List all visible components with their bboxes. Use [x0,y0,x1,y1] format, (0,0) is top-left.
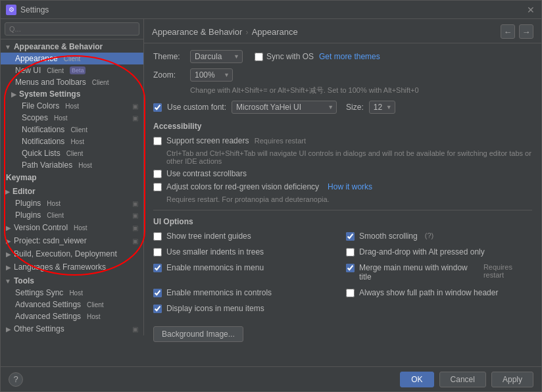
sidebar-item-build-execution[interactable]: ▶ Build, Execution, Deployment [1,247,143,260]
sidebar-item-quick-lists[interactable]: Quick Lists Client [1,147,143,159]
forward-button[interactable]: → [519,24,533,39]
zoom-label: Zoom: [153,70,185,80]
chevron-icon: ▶ [6,251,11,258]
contrast-scrollbars-checkbox[interactable] [153,170,162,178]
sidebar-item-path-variables[interactable]: Path Variables Host [1,159,143,171]
sidebar-item-label: File Colors [22,101,59,110]
zoom-value: 100% [195,70,215,80]
screen-readers-row: Support screen readers Requires restart [153,136,532,145]
page-icon2: ▣ [132,114,138,122]
mnemonics-menu-row: Enable mnemonics in menu [153,263,339,282]
sidebar-item-label: System Settings [19,89,80,99]
smaller-indents-label: Use smaller indents in trees [166,247,264,257]
sidebar-item-new-ui[interactable]: New UI Client Beta [1,64,143,76]
mnemonics-menu-checkbox[interactable] [153,264,162,272]
sidebar-item-keymap[interactable]: Keymap [1,171,143,184]
show-tree-indent-checkbox[interactable] [153,232,162,241]
dropdown-arrow-icon: ▼ [386,104,392,110]
mnemonics-controls-checkbox[interactable] [153,289,162,297]
sidebar-group-label: Appearance & Behavior [14,42,103,51]
breadcrumb-part1: Appearance & Behavior [152,27,242,37]
breadcrumb-part2: Appearance [252,27,298,37]
sidebar-item-languages-frameworks[interactable]: ▶ Languages & Frameworks [1,260,143,274]
help-button[interactable]: ? [9,372,23,387]
display-icons-menu-checkbox[interactable] [153,305,162,313]
zoom-dropdown[interactable]: 100% ▼ [190,68,233,82]
how-it-works-link[interactable]: How it works [328,182,372,191]
sidebar-item-label: Notifications [22,137,64,146]
host-badge: Host [84,312,103,321]
client-badge: Client [89,78,112,87]
ok-button[interactable]: OK [400,372,433,387]
sidebar-item-system-settings[interactable]: ▶ System Settings [1,88,143,100]
sidebar-item-advanced-settings-client[interactable]: Advanced Settings Client [1,299,143,310]
client-badge: Client [64,149,86,158]
drag-drop-label: Drag-and-drop with Alt pressed only [359,247,485,257]
background-image-button[interactable]: Background Image... [153,326,243,342]
chevron-icon: ▶ [11,91,16,98]
sidebar-item-label: Quick Lists [22,149,61,158]
sidebar-item-label: Project: csdn_viewer [14,236,87,245]
sidebar-item-notifications-host[interactable]: Notifications Host [1,135,143,147]
page-icon3: ▣ [132,200,138,207]
sidebar-wrapper: ▼ Appearance & Behavior Appearance Clien… [1,19,144,366]
sidebar-item-menus-toolbars[interactable]: Menus and Toolbars Client [1,76,143,88]
sidebar-group-appearance-behavior[interactable]: ▼ Appearance & Behavior [1,39,143,53]
sync-os-label: Sync with OS [266,52,314,61]
sidebar-item-file-colors[interactable]: File Colors Host ▣ [1,100,143,112]
client-badge: Client [61,55,84,63]
sync-os-checkbox[interactable] [255,53,263,61]
always-show-full-path-row: Always show full path in window header [346,288,532,297]
sidebar-item-label: Plugins [15,210,41,220]
sidebar-item-label: Appearance [15,54,58,63]
font-dropdown[interactable]: Microsoft YaHei UI ▼ [232,101,337,114]
sidebar-group-editor[interactable]: ▶ Editor [1,184,143,197]
sidebar-item-label: Build, Execution, Deployment [14,249,117,258]
sidebar-item-advanced-settings-host[interactable]: Advanced Settings Host [1,310,143,322]
client-badge: Client [44,211,66,220]
sidebar-item-plugins-client[interactable]: Plugins Client ▣ [1,209,143,221]
always-show-full-path-checkbox[interactable] [346,289,355,297]
smooth-scrolling-checkbox[interactable] [346,232,355,241]
sidebar-group-tools[interactable]: ▼ Tools [1,274,143,287]
sidebar-item-other-settings[interactable]: ▶ Other Settings ▣ [1,322,143,335]
sidebar-item-project[interactable]: ▶ Project: csdn_viewer ▣ [1,234,143,247]
adjust-colors-label: Adjust colors for red-green vision defic… [166,182,319,191]
merge-main-menu-checkbox[interactable] [346,264,355,272]
theme-dropdown[interactable]: Darcula ▼ [190,50,243,63]
back-button[interactable]: ← [501,24,515,39]
size-label: Size: [346,103,364,112]
screen-readers-label: Support screen readers [166,136,249,145]
screen-readers-checkbox[interactable] [153,137,162,145]
smooth-scrolling-help-icon: (?) [425,232,433,239]
host-badge: Host [66,289,86,297]
settings-body: Theme: Darcula ▼ Sync with OS Get more t… [144,43,541,366]
drag-drop-checkbox[interactable] [346,248,355,257]
chevron-icon: ▶ [6,224,11,232]
adjust-colors-checkbox[interactable] [153,183,162,191]
font-value: Microsoft YaHei UI [236,103,301,112]
size-dropdown[interactable]: 12 ▼ [369,101,395,114]
sidebar-item-settings-sync[interactable]: Settings Sync Host [1,287,143,299]
sidebar-item-scopes[interactable]: Scopes Host ▣ [1,112,143,124]
search-input[interactable] [5,22,139,36]
sidebar-item-label: Settings Sync [15,288,63,297]
sidebar-item-label: Plugins [15,199,41,208]
sidebar-item-plugins-host[interactable]: Plugins Host ▣ [1,197,143,209]
sidebar-item-version-control[interactable]: ▶ Version Control Host ▣ [1,221,143,234]
get-more-themes-link[interactable]: Get more themes [319,52,380,61]
sidebar-item-label: Scopes [22,113,48,122]
close-button[interactable]: ✕ [526,5,536,15]
sidebar-item-label: Other Settings [14,324,64,333]
show-tree-indent-label: Show tree indent guides [166,232,251,241]
cancel-button[interactable]: Cancel [439,372,486,387]
sidebar-item-notifications-client[interactable]: Notifications Client [1,124,143,135]
smaller-indents-checkbox[interactable] [153,248,162,257]
sidebar-item-appearance[interactable]: Appearance Client [1,53,143,64]
custom-font-checkbox[interactable] [153,103,162,112]
page-icon: ▣ [132,103,138,110]
accessibility-title: Accessibility [153,122,532,131]
host-badge: Host [76,161,95,170]
ui-options-grid: Show tree indent guides Smooth scrolling… [153,232,532,317]
apply-button[interactable]: Apply [491,372,533,387]
